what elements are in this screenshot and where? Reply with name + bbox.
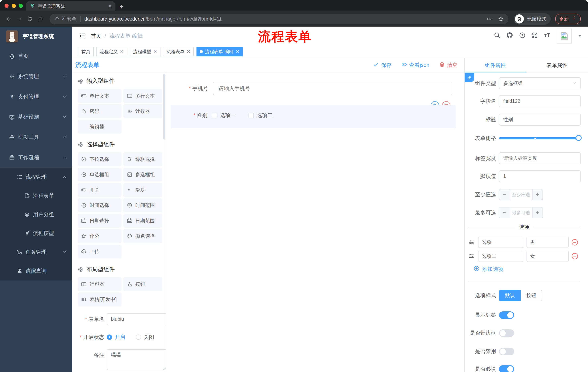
font-size-icon[interactable]: TT [544, 32, 551, 40]
collapse-sidebar-icon[interactable] [79, 32, 85, 39]
browser-tab[interactable]: 芋道管理系统 ✕ [26, 1, 115, 11]
tab-form-props[interactable]: 表单属性 [526, 58, 588, 72]
sidebar-subitem-2[interactable]: 用户分组 [0, 205, 72, 224]
user-avatar[interactable] [557, 29, 572, 43]
form-canvas[interactable]: 手机号 性别 选项一选项二 [166, 73, 464, 372]
toggle-switch[interactable] [499, 365, 514, 372]
view-json-button[interactable]: 查看json [401, 62, 429, 69]
macos-window-controls[interactable] [5, 4, 23, 8]
style-button-button[interactable]: 按钮 [521, 290, 542, 301]
component-chip-table[interactable]: 表格[开发中] [78, 292, 122, 306]
security-status[interactable]: 不安全 [54, 15, 77, 22]
toggle-switch[interactable] [499, 329, 514, 337]
title-input[interactable] [499, 114, 581, 126]
back-icon[interactable] [4, 16, 14, 22]
sidebar-item-0[interactable]: 首页 [0, 46, 72, 66]
search-icon[interactable] [494, 32, 501, 40]
new-tab-button[interactable]: + [119, 3, 123, 11]
home-icon[interactable] [35, 16, 46, 22]
tag-view-4[interactable]: 流程表单-编辑✕ [197, 47, 243, 57]
avatar-caret-icon[interactable] [578, 34, 582, 38]
tag-view-2[interactable]: 流程模型✕ [130, 47, 160, 57]
github-icon[interactable] [506, 32, 513, 40]
fullscreen-icon[interactable] [531, 32, 538, 40]
status-on-radio[interactable]: 开启 [107, 334, 125, 341]
selected-component-gender[interactable]: 性别 选项一选项二 [171, 105, 456, 128]
component-chip-radio[interactable]: 单选框组 [78, 168, 122, 181]
minimize-window-button[interactable] [12, 4, 16, 8]
left-panel-scrollbar[interactable] [163, 74, 165, 139]
gender-checkbox-0[interactable]: 选项一 [212, 112, 236, 119]
gender-checkbox-1[interactable]: 选项二 [249, 112, 273, 119]
toggle-switch[interactable] [499, 348, 514, 355]
tag-view-0[interactable]: 首页 [78, 47, 94, 57]
sidebar-logo[interactable]: 芋道管理系统 [0, 27, 72, 46]
sidebar-item-2[interactable]: ¥支付管理 [0, 87, 72, 107]
form-grid-slider[interactable] [499, 135, 581, 142]
tab-component-props[interactable]: 组件属性 [465, 58, 526, 72]
breadcrumb-home[interactable]: 首页 [91, 32, 101, 40]
component-chip-none[interactable]: 编辑器 [78, 120, 122, 133]
field-name-input[interactable] [499, 95, 581, 107]
tag-view-1[interactable]: 流程定义✕ [96, 47, 127, 57]
default-value-input[interactable] [499, 170, 581, 182]
option-name-input[interactable] [478, 237, 524, 248]
bookmark-star-icon[interactable] [498, 16, 504, 22]
forward-icon[interactable] [14, 16, 25, 22]
component-chip-switch[interactable]: 开关 [78, 183, 122, 197]
max-select-placeholder[interactable]: 最多可选 [510, 207, 532, 218]
url-bar[interactable]: 不安全 dashboard.yudao.iocoder.cn /bpm/mana… [50, 14, 508, 24]
component-chip-checkbox[interactable]: 多选框组 [123, 168, 162, 181]
close-tag-icon[interactable]: ✕ [120, 49, 124, 54]
drag-handle-icon[interactable] [468, 239, 475, 245]
remove-option-icon[interactable] [571, 239, 578, 246]
sidebar-subitem-4[interactable]: 任务管理 [0, 243, 72, 261]
component-chip-slider[interactable]: 滑块 [123, 183, 162, 197]
tab-close-icon[interactable]: ✕ [108, 3, 112, 9]
clear-button[interactable]: 清空 [439, 62, 457, 69]
component-chip-date[interactable]: 日期选择 [78, 214, 122, 228]
phone-field-input[interactable] [213, 82, 452, 95]
sidebar-subitem-0[interactable]: 流程管理 [0, 168, 72, 186]
component-chip-counter[interactable]: 123计数器 [123, 104, 162, 118]
sidebar-item-4[interactable]: 研发工具 [0, 127, 72, 148]
component-chip-select[interactable]: 下拉选择 [78, 152, 122, 166]
component-chip-star[interactable]: 评分 [78, 229, 122, 243]
update-browser-button[interactable]: 更新 [555, 14, 581, 24]
sidebar-subitem-1[interactable]: 流程表单 [0, 186, 72, 205]
zoom-window-button[interactable] [19, 4, 23, 8]
component-chip-lock[interactable]: 密码 [78, 104, 122, 118]
sidebar-item-1[interactable]: 系统管理 [0, 66, 72, 87]
component-chip-hand[interactable]: 按钮 [123, 277, 162, 291]
close-window-button[interactable] [5, 4, 9, 8]
component-chip-color[interactable]: 颜色选择 [123, 229, 162, 243]
reload-icon[interactable] [25, 16, 35, 22]
status-off-radio[interactable]: 关闭 [136, 334, 154, 341]
component-chip-input[interactable]: 单行文本 [78, 89, 122, 103]
toggle-switch[interactable] [499, 311, 514, 319]
drag-handle-icon[interactable] [468, 253, 475, 259]
help-icon[interactable]: ? [519, 32, 525, 40]
checkbox-icon[interactable] [212, 113, 217, 118]
add-option-button[interactable]: 添加选项 [473, 266, 503, 273]
save-button[interactable]: 保存 [373, 62, 391, 69]
form-remark-textarea[interactable]: 嘿嘿 [107, 349, 166, 370]
component-chip-cascade[interactable]: 级联选择 [123, 152, 162, 166]
stepper-minus-button[interactable]: − [499, 190, 510, 200]
browser-menu-icon[interactable] [571, 15, 577, 22]
sidebar-subitem-5[interactable]: 请假查询 [0, 261, 72, 280]
password-key-icon[interactable] [487, 16, 493, 22]
close-tag-icon[interactable]: ✕ [187, 49, 190, 54]
label-width-input[interactable] [499, 152, 581, 164]
slider-handle[interactable] [576, 135, 582, 141]
component-chip-row[interactable]: 行容器 [78, 277, 122, 291]
close-tag-icon[interactable]: ✕ [153, 49, 157, 54]
min-select-placeholder[interactable]: 至少应选 [510, 190, 532, 200]
stepper-plus-button[interactable]: + [532, 207, 543, 218]
option-value-input[interactable] [526, 237, 569, 248]
component-chip-date-range[interactable]: 日期范围 [123, 214, 162, 228]
sidebar-subitem-3[interactable]: 流程模型 [0, 224, 72, 243]
checkbox-icon[interactable] [249, 113, 254, 118]
sidebar-item-5[interactable]: 工作流程 [0, 148, 72, 168]
sidebar-item-3[interactable]: 基础设施 [0, 107, 72, 127]
